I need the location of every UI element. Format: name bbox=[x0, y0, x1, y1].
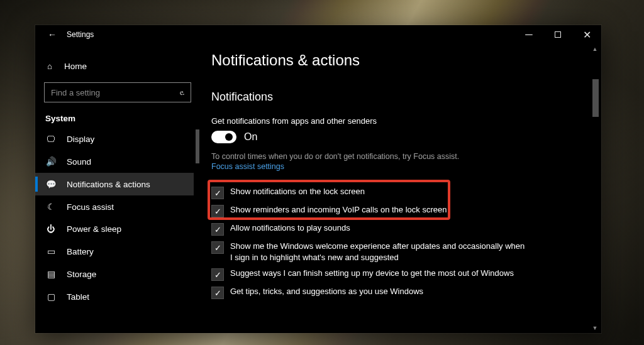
nav-section-header: System bbox=[35, 105, 200, 128]
nav-scrollbar-thumb[interactable] bbox=[196, 129, 199, 163]
focus-icon: ☾ bbox=[45, 202, 57, 212]
checkbox-icon[interactable] bbox=[211, 205, 224, 217]
home-icon: ⌂ bbox=[44, 62, 55, 71]
nav-item-label: Focus assist bbox=[67, 202, 114, 212]
nav-panel: ⌂ Home Find a setting ⱸ System 🖵 Display bbox=[35, 44, 200, 333]
nav-item-battery[interactable]: ▭ Battery bbox=[35, 240, 194, 263]
checkbox-label: Show me the Windows welcome experience a… bbox=[230, 241, 526, 263]
scrollbar-up-icon[interactable]: ▲ bbox=[590, 44, 600, 54]
tablet-icon: ▢ bbox=[45, 292, 57, 302]
checkbox-icon[interactable] bbox=[211, 187, 224, 199]
section-heading: Notifications bbox=[211, 90, 590, 104]
power-icon: ⏻ bbox=[45, 224, 57, 234]
display-icon: 🖵 bbox=[45, 134, 57, 144]
settings-window: ← Settings ─ ✕ ⌂ Home Find a setting ⱸ bbox=[35, 25, 601, 333]
nav-home-label: Home bbox=[64, 62, 87, 71]
checkbox-label: Suggest ways I can finish setting up my … bbox=[230, 268, 514, 279]
nav-item-tablet[interactable]: ▢ Tablet bbox=[35, 285, 194, 308]
nav-item-power-sleep[interactable]: ⏻ Power & sleep bbox=[35, 218, 194, 240]
titlebar: ← Settings ─ ✕ bbox=[35, 25, 601, 44]
nav-item-storage[interactable]: ▤ Storage bbox=[35, 263, 194, 285]
main-scrollbar-thumb[interactable] bbox=[592, 79, 599, 117]
sound-icon: 🔊 bbox=[45, 156, 57, 167]
scrollbar-down-icon[interactable]: ▼ bbox=[590, 323, 600, 333]
checkbox-row-voip-lock-screen[interactable]: Show reminders and incoming VoIP calls o… bbox=[211, 202, 526, 220]
storage-icon: ▤ bbox=[45, 269, 57, 279]
search-icon: ⱸ bbox=[180, 87, 184, 97]
nav-item-notifications[interactable]: 💬 Notifications & actions bbox=[35, 173, 194, 195]
notifications-toggle[interactable] bbox=[211, 131, 236, 143]
nav-home[interactable]: ⌂ Home bbox=[35, 57, 200, 76]
nav-item-label: Notifications & actions bbox=[67, 180, 150, 189]
nav-item-label: Storage bbox=[67, 270, 96, 279]
checkbox-icon[interactable] bbox=[211, 223, 224, 236]
minimize-button[interactable]: ─ bbox=[514, 25, 543, 44]
nav-item-label: Tablet bbox=[67, 292, 89, 302]
checkbox-row-lock-screen[interactable]: Show notifications on the lock screen bbox=[211, 183, 526, 202]
nav-list: 🖵 Display 🔊 Sound 💬 Notifications & acti… bbox=[35, 128, 200, 333]
page-title: Notifications & actions bbox=[211, 52, 590, 69]
toggle-state-label: On bbox=[244, 131, 257, 143]
search-placeholder: Find a setting bbox=[51, 88, 100, 97]
svg-rect-0 bbox=[555, 32, 561, 38]
checkbox-icon[interactable] bbox=[211, 287, 224, 299]
checkbox-label: Allow notifications to play sounds bbox=[230, 222, 350, 234]
window-title: Settings bbox=[67, 30, 94, 39]
notif-icon: 💬 bbox=[45, 179, 57, 189]
checkbox-icon[interactable] bbox=[211, 268, 224, 281]
checkbox-label: Show notifications on the lock screen bbox=[230, 186, 365, 197]
checkbox-row-tips[interactable]: Get tips, tricks, and suggestions as you… bbox=[211, 283, 526, 302]
checkbox-label: Show reminders and incoming VoIP calls o… bbox=[230, 204, 447, 216]
nav-item-label: Power & sleep bbox=[67, 224, 121, 234]
checkbox-row-setup-suggest[interactable]: Suggest ways I can finish setting up my … bbox=[211, 265, 526, 283]
nav-item-display[interactable]: 🖵 Display bbox=[35, 128, 194, 150]
main-scrollbar[interactable]: ▲ ▼ bbox=[590, 44, 600, 333]
nav-item-label: Battery bbox=[67, 247, 94, 256]
nav-item-label: Display bbox=[67, 134, 94, 144]
back-icon[interactable]: ← bbox=[48, 30, 57, 39]
desktop-wallpaper: ← Settings ─ ✕ ⌂ Home Find a setting ⱸ bbox=[0, 0, 644, 345]
search-input[interactable]: Find a setting ⱸ bbox=[44, 82, 191, 102]
checkbox-row-welcome-exp[interactable]: Show me the Windows welcome experience a… bbox=[211, 238, 526, 265]
nav-item-sound[interactable]: 🔊 Sound bbox=[35, 150, 194, 173]
battery-icon: ▭ bbox=[45, 246, 57, 256]
notification-checkbox-list: Show notifications on the lock screen Sh… bbox=[211, 183, 526, 302]
main-panel: ▲ ▼ Notifications & actions Notification… bbox=[200, 44, 601, 333]
close-button[interactable]: ✕ bbox=[572, 25, 601, 44]
nav-item-focus-assist[interactable]: ☾ Focus assist bbox=[35, 195, 194, 218]
checkbox-row-sounds[interactable]: Allow notifications to play sounds bbox=[211, 220, 526, 238]
nav-item-label: Sound bbox=[67, 157, 91, 167]
checkbox-label: Get tips, tricks, and suggestions as you… bbox=[230, 286, 423, 297]
focus-assist-hint: To control times when you do or don't ge… bbox=[211, 152, 538, 161]
maximize-button[interactable] bbox=[543, 25, 572, 44]
checkbox-icon[interactable] bbox=[211, 241, 224, 254]
focus-assist-link[interactable]: Focus assist settings bbox=[211, 162, 590, 171]
toggle-description: Get notifications from apps and other se… bbox=[211, 116, 590, 126]
